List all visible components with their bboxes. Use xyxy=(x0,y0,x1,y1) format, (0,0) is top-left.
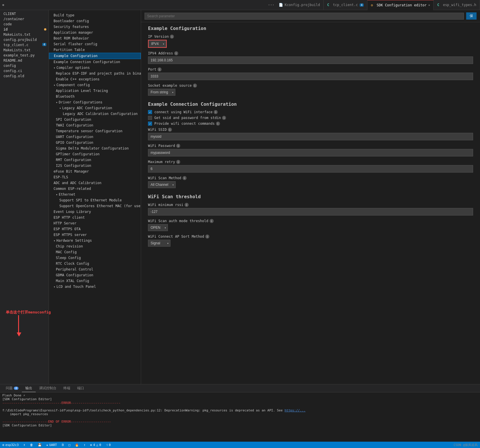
port-info-icon[interactable]: i xyxy=(158,67,162,71)
ip-version-info-icon[interactable]: i xyxy=(170,35,174,39)
config-item-example-conn[interactable]: Example Connection Configuration xyxy=(49,59,141,65)
config-item-driver-configs[interactable]: ▾Driver Configurations xyxy=(49,99,141,105)
config-item-replace-esp[interactable]: Replace ESP-IDF and project paths in bin… xyxy=(49,71,141,76)
status-trash[interactable]: 🗑 xyxy=(30,443,33,447)
config-item-i2s[interactable]: I2S Configuration xyxy=(49,163,141,169)
sort-method-select[interactable]: Signal Security xyxy=(148,240,170,247)
config-item-enable-cpp[interactable]: Enable C++ exceptions xyxy=(49,76,141,82)
min-rssi-info-icon[interactable]: i xyxy=(185,203,189,207)
sidebar-item-config-old[interactable]: config.old xyxy=(0,73,49,79)
ipv4-address-input[interactable] xyxy=(148,56,473,64)
bottom-tab-ports[interactable]: 端口 xyxy=(74,385,88,392)
config-item-rtc-clock[interactable]: RTC Clock Config xyxy=(49,261,141,266)
sidebar-item-config-ci[interactable]: config.ci xyxy=(0,68,49,73)
port-input[interactable] xyxy=(148,73,473,80)
tab-tcp-client[interactable]: C tcp_client.c 4 xyxy=(324,0,367,10)
connect-wifi-info-icon[interactable]: i xyxy=(214,110,218,114)
max-retry-input[interactable] xyxy=(148,165,473,173)
config-item-bluetooth[interactable]: Bluetooth xyxy=(49,94,141,99)
config-item-esp-http[interactable]: ESP HTTP client xyxy=(49,215,141,220)
tab-esp-wifi[interactable]: C esp_wifi_types.h xyxy=(434,0,480,10)
sidebar-item-readme[interactable]: README.md xyxy=(0,58,49,63)
sort-method-info-icon[interactable]: i xyxy=(205,235,209,239)
ip-version-select[interactable]: IPV4 IPV6 xyxy=(149,40,166,47)
config-item-uart[interactable]: UART Configuration xyxy=(49,134,141,140)
search-input[interactable] xyxy=(145,13,464,20)
status-monitor[interactable]: □ xyxy=(69,443,71,447)
sidebar-item-example-test[interactable]: example_test.py xyxy=(0,53,49,58)
config-item-event-loop[interactable]: Event Loop Library xyxy=(49,209,141,215)
tab-overflow-button[interactable]: ··· xyxy=(267,2,276,8)
config-item-spi[interactable]: SPI Configuration xyxy=(49,117,141,122)
config-item-app-tracing[interactable]: Application Level Tracing xyxy=(49,88,141,94)
config-item-bootloader[interactable]: Bootloader config xyxy=(49,18,141,24)
sidebar-item-tcp-client-file[interactable]: tcp_client.c 4 xyxy=(0,42,49,48)
wifi-password-info-icon[interactable]: i xyxy=(176,144,180,148)
status-save[interactable]: 💾 xyxy=(38,443,42,447)
tab-kconfig[interactable]: 📄 Kconfig.projbuild xyxy=(275,0,324,10)
config-item-compiler[interactable]: ▾Compiler options xyxy=(49,65,141,71)
config-item-legacy-adc-cal[interactable]: Legacy ADC Calibration Configuration xyxy=(49,111,141,117)
status-bluetooth[interactable]: 𝔹 xyxy=(62,443,64,447)
config-item-esp-https-server[interactable]: ESP HTTPS server xyxy=(49,232,141,238)
bottom-tab-output[interactable]: 输出 xyxy=(22,385,36,392)
config-item-gptimer[interactable]: GPTimer Configuration xyxy=(49,151,141,157)
config-item-common-esp[interactable]: Common ESP-related xyxy=(49,186,141,192)
sidebar-item-client[interactable]: CLIENT xyxy=(0,11,49,16)
status-errors[interactable]: ⊗ 4 △ 0 xyxy=(90,443,101,447)
config-item-esp-tls[interactable]: ESP-TLS xyxy=(49,174,141,180)
get-ssid-checkbox[interactable] xyxy=(148,116,152,120)
config-item-gpio[interactable]: GPIO Configuration xyxy=(49,140,141,145)
sidebar-item-config[interactable]: config xyxy=(0,63,49,68)
config-item-serial-flasher[interactable]: Serial flasher config xyxy=(49,41,141,47)
wifi-ssid-info-icon[interactable]: i xyxy=(168,128,172,132)
config-item-app-manager[interactable]: Application manager xyxy=(49,30,141,35)
config-item-partition[interactable]: Partition Table xyxy=(49,47,141,53)
status-board[interactable]: ⚙ esp32c3 xyxy=(2,443,19,447)
status-fire[interactable]: 🔥 xyxy=(75,443,79,447)
config-item-opencores-eth[interactable]: Support OpenCores Ethernet MAC (for use … xyxy=(49,203,141,209)
config-item-legacy-adc[interactable]: ▾Legacy ADC Configuration xyxy=(49,105,141,111)
provide-wifi-info-icon[interactable]: i xyxy=(216,122,220,126)
status-star-uart[interactable]: ★ UART xyxy=(46,443,57,447)
config-item-twai[interactable]: TWAI Configuration xyxy=(49,122,141,128)
config-item-temp-sensor[interactable]: Temperature sensor Configuration xyxy=(49,128,141,134)
config-item-build-type[interactable]: Build type xyxy=(49,12,141,18)
bottom-tab-terminal[interactable]: 终端 xyxy=(60,385,74,392)
bottom-tab-debug[interactable]: 调试控制台 xyxy=(36,385,60,392)
socket-source-select[interactable]: From string From file xyxy=(148,89,175,96)
auth-mode-info-icon[interactable]: i xyxy=(210,219,214,223)
config-item-hardware-settings[interactable]: ▾Hardware Settings xyxy=(49,238,141,243)
max-retry-info-icon[interactable]: i xyxy=(176,160,180,164)
wifi-scan-method-select[interactable]: All Channel Fast Scan xyxy=(148,181,176,188)
bottom-tab-issues[interactable]: 问题4 xyxy=(2,385,22,392)
terminal-link[interactable]: https://... xyxy=(284,409,306,412)
status-upload2[interactable]: ↑ xyxy=(84,443,86,447)
config-item-component[interactable]: ▾Component config xyxy=(49,82,141,88)
tab-sdk-config[interactable]: ⚙ SDK Configuration editor ✕ xyxy=(367,0,434,10)
sidebar-item-container[interactable]: /container xyxy=(0,16,49,22)
config-item-main-xtal[interactable]: Main XTAL Config xyxy=(49,278,141,284)
search-button[interactable]: 保 xyxy=(466,12,477,20)
wifi-password-input[interactable] xyxy=(148,149,473,156)
config-item-efuse[interactable]: eFuse Bit Manager xyxy=(49,169,141,174)
status-upload[interactable]: ⬆ xyxy=(23,443,25,447)
auth-mode-select[interactable]: OPEN WEP WPA WPA2 xyxy=(148,224,168,231)
config-item-http-server[interactable]: HTTP Server xyxy=(49,220,141,226)
config-item-lcd-touch[interactable]: ▾LCD and Touch Panel xyxy=(49,284,141,290)
sidebar-item-id[interactable]: id xyxy=(0,27,49,32)
wifi-scan-method-info-icon[interactable]: i xyxy=(183,176,187,180)
config-item-spi-eth[interactable]: Support SPI to Ethernet Module xyxy=(49,197,141,203)
config-item-rmt[interactable]: RMT Configuration xyxy=(49,157,141,163)
get-ssid-info-icon[interactable]: i xyxy=(222,116,226,120)
sidebar-item-config-proj[interactable]: config.projbuild xyxy=(0,37,49,42)
wifi-ssid-input[interactable] xyxy=(148,133,473,140)
min-rssi-input[interactable] xyxy=(148,208,473,216)
sidebar-item-makelists[interactable]: MakeLists.txt xyxy=(0,32,49,37)
config-item-security[interactable]: Security features xyxy=(49,24,141,30)
sidebar-item-code[interactable]: code xyxy=(0,22,49,27)
config-item-peripheral-control[interactable]: Peripheral Control xyxy=(49,266,141,272)
config-item-example-config[interactable]: Example Configuration xyxy=(49,53,141,59)
config-item-mac-config[interactable]: MAC Config xyxy=(49,249,141,255)
socket-source-info-icon[interactable]: i xyxy=(193,84,197,88)
